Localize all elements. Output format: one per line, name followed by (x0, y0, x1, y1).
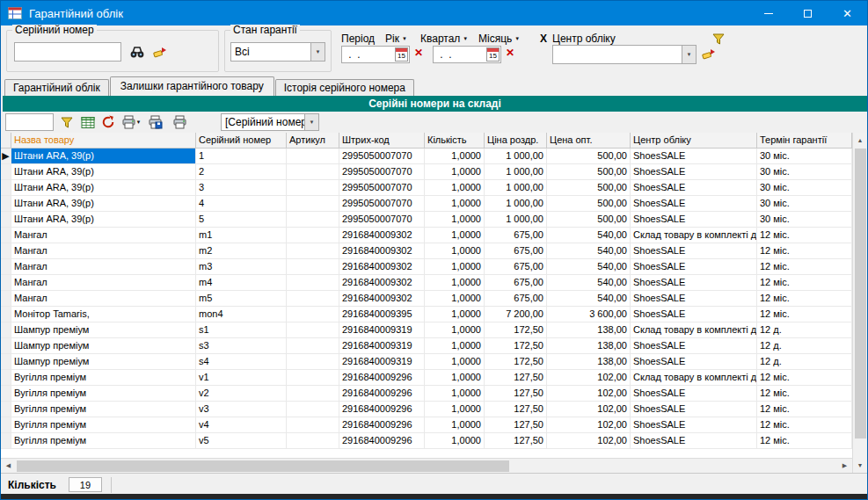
date-from-field[interactable]: . . 15 (341, 46, 410, 63)
table-cell[interactable] (287, 322, 339, 338)
table-cell[interactable]: ShoesSALE (631, 180, 757, 196)
column-header[interactable]: Центр обліку (631, 133, 757, 149)
table-cell[interactable] (287, 149, 339, 164)
table-cell[interactable] (287, 196, 339, 212)
scroll-left-icon[interactable]: ◀ (1, 459, 16, 474)
table-cell[interactable]: 138,00 (547, 354, 631, 370)
table-cell[interactable]: Штани ARA, 39(р) (11, 212, 196, 228)
table-cell[interactable]: 172,50 (485, 338, 547, 354)
table-cell[interactable] (287, 354, 339, 370)
table-cell[interactable] (287, 243, 339, 259)
table-cell[interactable]: 1,0000 (425, 259, 485, 275)
table-cell[interactable]: 127,50 (485, 417, 547, 433)
table-cell[interactable]: ShoesSALE (631, 307, 757, 322)
table-cell[interactable]: ShoesSALE (631, 149, 757, 164)
table-row[interactable]: Вугілля преміумv429168400092961,0000127,… (1, 417, 852, 433)
tab-warranty-stock[interactable]: Залишки гарантійного товару (110, 76, 274, 96)
clear-date-from-button[interactable]: ✕ (414, 47, 423, 59)
print-menu-button[interactable]: ▼ (119, 112, 143, 132)
table-cell[interactable]: 2995050007070 (339, 180, 425, 196)
table-cell[interactable]: Вугілля преміум (11, 370, 196, 386)
table-cell[interactable]: 12 міс. (757, 291, 852, 307)
table-cell[interactable]: Вугілля преміум (11, 433, 196, 449)
table-cell[interactable]: 12 міс. (757, 243, 852, 259)
table-cell[interactable]: ShoesSALE (631, 354, 757, 370)
table-cell[interactable] (287, 228, 339, 243)
table-cell[interactable]: ShoesSALE (631, 417, 757, 433)
table-cell[interactable]: 500,00 (547, 180, 631, 196)
table-cell[interactable]: s3 (196, 338, 287, 354)
table-cell[interactable]: ShoesSALE (631, 275, 757, 291)
table-cell[interactable]: ShoesSALE (631, 291, 757, 307)
table-cell[interactable]: 1,0000 (425, 386, 485, 402)
table-cell[interactable]: Вугілля преміум (11, 417, 196, 433)
table-cell[interactable]: Мангал (11, 228, 196, 243)
date-to-field[interactable]: . . 15 (433, 46, 501, 63)
search-binoculars-icon[interactable] (128, 43, 146, 61)
table-cell[interactable]: 12 міс. (757, 402, 852, 417)
table-cell[interactable] (287, 164, 339, 180)
table-cell[interactable]: Штани ARA, 39(р) (11, 149, 196, 164)
table-cell[interactable]: 138,00 (547, 322, 631, 338)
table-cell[interactable]: ShoesSALE (631, 433, 757, 449)
horizontal-scrollbar[interactable]: ◀ ▶ (1, 458, 852, 473)
table-cell[interactable] (287, 275, 339, 291)
table-cell[interactable]: 675,00 (485, 275, 547, 291)
vertical-scrollbar[interactable]: ▲ ▼ (852, 133, 867, 473)
table-cell[interactable]: 12 міс. (757, 386, 852, 402)
serial-number-input[interactable] (14, 42, 121, 62)
table-row[interactable]: Мангалm329168400093021,0000675,00540,00S… (1, 259, 852, 275)
table-cell[interactable]: 2916840009296 (339, 417, 425, 433)
table-row[interactable]: Шампур преміумs329168400093191,0000172,5… (1, 338, 852, 354)
table-cell[interactable]: 1 000,00 (485, 164, 547, 180)
table-cell[interactable]: 138,00 (547, 338, 631, 354)
table-cell[interactable]: s4 (196, 354, 287, 370)
table-cell[interactable]: 500,00 (547, 212, 631, 228)
table-cell[interactable]: 12 міс. (757, 433, 852, 449)
table-row[interactable]: Штани ARA, 39(р)229950500070701,00001 00… (1, 164, 852, 180)
table-cell[interactable]: 30 міс. (757, 196, 852, 212)
table-cell[interactable]: 30 міс. (757, 180, 852, 196)
table-cell[interactable]: 102,00 (547, 402, 631, 417)
calendar-icon[interactable]: 15 (395, 47, 408, 62)
period-month-button[interactable]: Місяць ▼ (478, 33, 520, 45)
table-row[interactable]: Мангалm429168400093021,0000675,00540,00S… (1, 275, 852, 291)
table-cell[interactable]: 2916840009296 (339, 386, 425, 402)
table-cell[interactable]: Шампур преміум (11, 338, 196, 354)
table-cell[interactable]: Мангал (11, 243, 196, 259)
table-cell[interactable] (287, 417, 339, 433)
scroll-down-icon[interactable]: ▼ (853, 458, 868, 473)
table-cell[interactable]: 102,00 (547, 370, 631, 386)
table-cell[interactable]: Штани ARA, 39(р) (11, 196, 196, 212)
table-cell[interactable]: 540,00 (547, 291, 631, 307)
table-cell[interactable]: 127,50 (485, 402, 547, 417)
table-cell[interactable]: ShoesSALE (631, 402, 757, 417)
table-row[interactable]: Вугілля преміумv129168400092961,0000127,… (1, 370, 852, 386)
table-row[interactable]: Штани ARA, 39(р)329950500070701,00001 00… (1, 180, 852, 196)
table-cell[interactable]: 1,0000 (425, 354, 485, 370)
table-row[interactable]: Вугілля преміумv529168400092961,0000127,… (1, 433, 852, 449)
table-cell[interactable]: 5 (196, 212, 287, 228)
table-cell[interactable] (287, 433, 339, 449)
horizontal-scroll-thumb[interactable] (17, 460, 509, 472)
table-cell[interactable]: 675,00 (485, 291, 547, 307)
table-cell[interactable]: 1,0000 (425, 338, 485, 354)
table-cell[interactable]: v1 (196, 370, 287, 386)
table-cell[interactable] (287, 259, 339, 275)
table-cell[interactable]: 1,0000 (425, 291, 485, 307)
warranty-state-select[interactable]: Всі ▼ (230, 42, 325, 62)
table-cell[interactable]: 1,0000 (425, 243, 485, 259)
quick-search-input[interactable] (5, 113, 54, 131)
column-header[interactable]: Ціна роздр. (485, 133, 547, 149)
table-cell[interactable]: 500,00 (547, 149, 631, 164)
table-cell[interactable]: Шампур преміум (11, 354, 196, 370)
table-cell[interactable]: m4 (196, 275, 287, 291)
table-cell[interactable]: m5 (196, 291, 287, 307)
column-header[interactable]: Серійний номер (196, 133, 287, 149)
table-cell[interactable]: Склад товару в комплекті д. (631, 370, 757, 386)
print-save-button[interactable] (145, 112, 164, 132)
table-cell[interactable]: Вугілля преміум (11, 386, 196, 402)
period-quarter-button[interactable]: Квартал ▼ (420, 33, 468, 45)
table-cell[interactable]: 2995050007070 (339, 212, 425, 228)
table-cell[interactable]: 102,00 (547, 386, 631, 402)
